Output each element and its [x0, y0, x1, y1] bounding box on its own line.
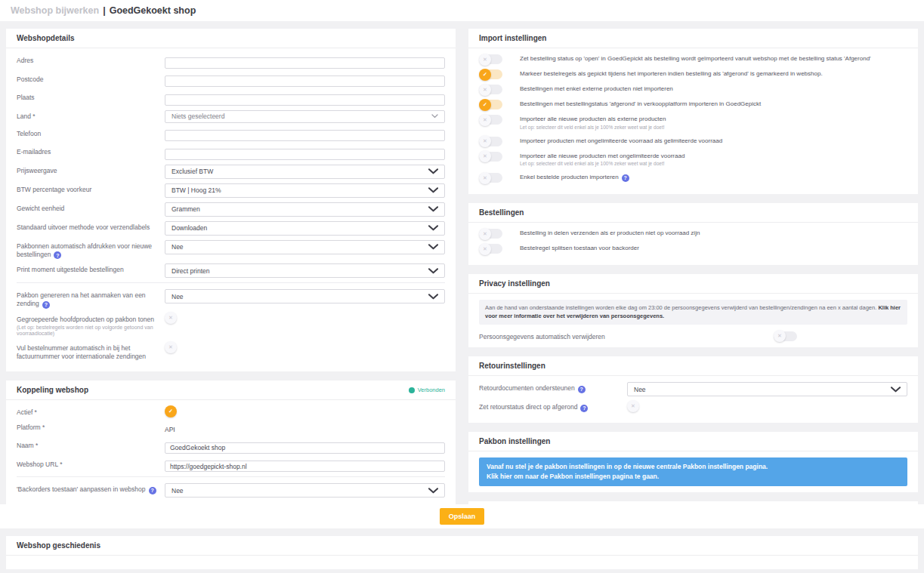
form-row-telefoon: Telefoon: [17, 128, 445, 142]
chevron-down-icon: [431, 114, 438, 119]
chevron-down-icon: [428, 225, 438, 231]
gewicht-select-value: Grammen: [172, 205, 200, 213]
plaats-input[interactable]: [165, 94, 445, 106]
toggle-knob: [627, 400, 639, 412]
help-icon[interactable]: [149, 487, 156, 494]
import-toggle-3[interactable]: [479, 100, 502, 109]
form-row-actief: Actief *: [17, 406, 445, 417]
left-column: Webshopdetails Adres Postcode Plaats Lan…: [6, 29, 456, 504]
toggle-knob: [479, 228, 491, 240]
form-row-bestelnummer: Vul bestelnummer automatisch in bij het …: [17, 342, 445, 361]
toggle-label: Importeer producten met ongelimiteerde v…: [520, 137, 722, 146]
prijsweergave-select[interactable]: Exclusief BTW: [165, 165, 445, 179]
import-toggle-6[interactable]: [479, 152, 502, 162]
field-label: Plaats: [17, 91, 165, 106]
privacy-info-text: Aan de hand van onderstaande instellinge…: [485, 304, 876, 311]
import-toggle-4[interactable]: [479, 115, 502, 125]
toggle-row: Zet bestelling status op 'open' in GoedG…: [479, 54, 907, 64]
form-row-voorraadpeiling: Voorraadpeiling: [17, 502, 445, 504]
field-label: Vul bestelnummer automatisch in bij het …: [17, 342, 165, 361]
import-toggle-1[interactable]: [479, 69, 502, 79]
persoonsgegevens-toggle[interactable]: [774, 331, 797, 341]
banner-text: Vanaf nu stel je de pakbon instellingen …: [487, 462, 900, 472]
chevron-down-icon: [428, 488, 438, 494]
import-toggle-7[interactable]: [479, 173, 502, 183]
panel-title: Retourinstellingen: [479, 362, 545, 370]
toggle-sublabel: Let op: selecteer dit veld enkel als je …: [520, 125, 666, 131]
field-label: Gegroepeerde hoofdproducten op pakbon to…: [17, 313, 165, 338]
toggle-knob: [479, 150, 491, 162]
btw-select[interactable]: BTW | Hoog 21%: [165, 183, 445, 198]
import-toggle-0[interactable]: [479, 54, 502, 64]
form-row-print-moment: Print moment uitgestelde bestellingen Di…: [17, 263, 445, 278]
toggle-row: Bestelling in delen verzenden als er pro…: [479, 229, 907, 239]
pakbon-info-banner[interactable]: Vanaf nu stel je de pakbon instellingen …: [479, 457, 907, 486]
page-title: GoedGekoekt shop: [110, 5, 196, 16]
field-label: Postcode: [17, 73, 165, 88]
btw-select-value: BTW | Hoog 21%: [172, 186, 221, 194]
panel-title: Bestellingen: [479, 208, 524, 217]
chevron-down-icon: [428, 187, 438, 193]
field-label: Platform *: [17, 421, 165, 435]
toggle-label: Zet bestelling status op 'open' in GoedG…: [520, 54, 871, 63]
panel-title: Webshopdetails: [17, 34, 75, 42]
emailadres-input[interactable]: [165, 149, 445, 160]
banner-link[interactable]: Klik hier om naar de Pakbon instellingen…: [487, 472, 900, 482]
help-icon[interactable]: [42, 301, 50, 309]
prijsweergave-select-value: Exclusief BTW: [172, 168, 213, 175]
field-label: BTW percentage voorkeur: [17, 183, 165, 198]
help-icon[interactable]: [622, 174, 629, 182]
retourdocumenten-select[interactable]: Nee: [627, 382, 907, 396]
import-toggle-5[interactable]: [479, 137, 502, 146]
land-select[interactable]: Niets geselecteerd: [165, 110, 445, 123]
toggle-knob: [165, 341, 177, 353]
import-toggle-2[interactable]: [479, 85, 502, 94]
postcode-input[interactable]: [165, 75, 445, 87]
form-row-land: Land * Niets geselecteerd: [17, 110, 445, 123]
field-label: Pakbon genereren na het aanmaken van een…: [17, 289, 165, 309]
webshop-url-input[interactable]: [165, 461, 445, 472]
adres-input[interactable]: [165, 57, 445, 69]
toggle-row: Importeer alle nieuwe producten met onge…: [479, 152, 907, 168]
field-label: Persoonsgegevens automatisch verwijderen: [479, 331, 774, 341]
backorders-select[interactable]: Nee: [165, 483, 445, 498]
telefoon-input[interactable]: [165, 130, 445, 141]
backorders-select-value: Nee: [172, 487, 184, 494]
form-row-postcode: Postcode: [17, 73, 445, 88]
form-row-adres: Adres: [17, 54, 445, 69]
gewicht-select[interactable]: Grammen: [165, 202, 445, 217]
toggle-sublabel: Let op: selecteer dit veld enkel als je …: [520, 161, 685, 168]
toggle-knob: [479, 243, 491, 255]
toggle-knob: [774, 330, 786, 342]
pakbon-genereren-select[interactable]: Nee: [165, 289, 445, 303]
field-label: Naam *: [17, 439, 165, 454]
connection-status: Verbonden: [409, 387, 445, 393]
toggle-knob: [479, 69, 491, 81]
pakbonnen-auto-select[interactable]: Nee: [165, 240, 445, 254]
field-label: E-mailadres: [17, 146, 165, 160]
divider: [17, 476, 445, 477]
bestellingen-toggle-1[interactable]: [479, 244, 502, 254]
form-row-platform: Platform * API: [17, 421, 445, 435]
field-label: Zet retourstatus direct op afgerond: [479, 401, 627, 412]
bestellingen-toggle-0[interactable]: [479, 229, 502, 239]
toggle-knob: [165, 405, 177, 417]
help-icon[interactable]: [578, 386, 586, 393]
naam-input[interactable]: [165, 442, 445, 454]
panel-title: Privacy instellingen: [479, 279, 550, 288]
toggle-row: Bestellingen met bestellingstatus 'afger…: [479, 100, 907, 109]
help-icon[interactable]: [54, 251, 61, 259]
panel-title: Import instellingen: [479, 34, 546, 42]
save-button[interactable]: Opslaan: [440, 508, 485, 525]
chevron-down-icon: [428, 294, 438, 300]
form-row-gegroepeerd: Gegroepeerde hoofdproducten op pakbon to…: [17, 313, 445, 338]
toggle-knob: [479, 135, 491, 147]
print-moment-select[interactable]: Direct printen: [165, 263, 445, 278]
field-label: Gewicht eenheid: [17, 202, 165, 217]
uitvoer-select[interactable]: Downloaden: [165, 221, 445, 236]
field-label: Adres: [17, 54, 165, 69]
form-row-backorders: 'Backorders toestaan' aanpassen in websh…: [17, 483, 445, 498]
help-icon[interactable]: [580, 405, 588, 412]
panel-pakbon-instellingen: Pakbon instellingen Vanaf nu stel je de …: [468, 432, 918, 492]
form-row-uitvoer: Standaard uitvoer methode voor verzendla…: [17, 221, 445, 236]
